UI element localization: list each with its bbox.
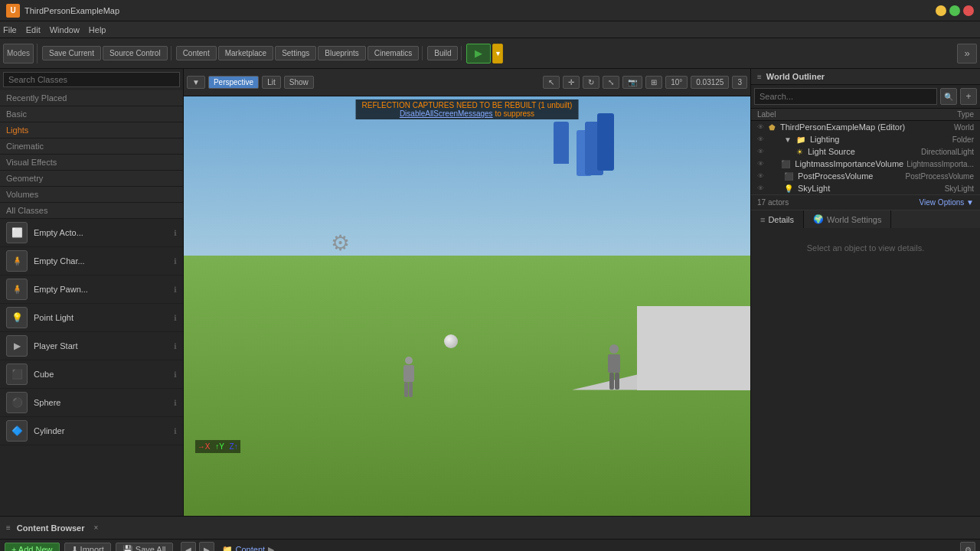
expand-toolbar-button[interactable]: » — [957, 44, 977, 64]
menu-window[interactable]: Window — [50, 25, 80, 34]
menu-file[interactable]: File — [3, 25, 17, 34]
place-item-empty-pawn[interactable]: 🧍 Empty Pawn... ℹ — [0, 276, 183, 304]
empty-pawn-label: Empty Pawn... — [34, 285, 168, 294]
player-start-info[interactable]: ℹ — [174, 342, 177, 350]
outliner-item-skylight[interactable]: 👁 💡 SkyLight SkyLight — [751, 182, 980, 194]
cylinder-info[interactable]: ℹ — [174, 427, 177, 435]
settings-button[interactable]: Settings — [275, 46, 316, 60]
empty-char-info[interactable]: ℹ — [174, 257, 177, 266]
place-item-empty-actor[interactable]: ⬜ Empty Acto... ℹ — [0, 219, 183, 247]
scale-tool[interactable]: ⤡ — [603, 76, 619, 89]
maximize-button[interactable] — [949, 5, 960, 16]
cinematics-button[interactable]: Cinematics — [368, 46, 419, 60]
viewport[interactable]: ⚙ →X ↑Y Z↑ REFLECTION CAPTURES NEED TO B… — [184, 96, 750, 516]
eye-icon-lightsource[interactable]: 👁 — [757, 148, 764, 155]
viewport-dropdown[interactable]: ▼ — [187, 76, 205, 89]
tab-details[interactable]: ≡ Details — [751, 210, 804, 228]
point-light-label: Point Light — [34, 313, 168, 322]
category-all-classes[interactable]: All Classes — [0, 203, 183, 219]
outliner-view-options[interactable]: View Options ▼ — [920, 198, 974, 207]
viewport-warning: REFLECTION CAPTURES NEED TO BE REBUILT (… — [356, 99, 579, 119]
eye-icon-map[interactable]: 👁 — [757, 123, 764, 131]
move-tool[interactable]: ✛ — [563, 76, 580, 89]
outliner-item-lightmass[interactable]: 👁 ⬛ LightmassImportanceVolume LightmassI… — [751, 158, 980, 170]
category-basic[interactable]: Basic — [0, 106, 183, 122]
play-button[interactable]: ▶ — [466, 44, 491, 64]
category-recently-placed[interactable]: Recently Placed — [0, 90, 183, 106]
angle-snap-value[interactable]: 10° — [665, 76, 688, 89]
details-empty-message: Select an object to view details. — [807, 243, 924, 253]
category-volumes[interactable]: Volumes — [0, 187, 183, 203]
category-visual-effects[interactable]: Visual Effects — [0, 155, 183, 171]
eye-icon-skylight[interactable]: 👁 — [757, 184, 764, 192]
save-current-button[interactable]: Save Current — [42, 46, 101, 60]
place-item-empty-char[interactable]: 🧍 Empty Char... ℹ — [0, 247, 183, 276]
close-button[interactable] — [963, 5, 974, 16]
scale-snap-value[interactable]: 0.03125 — [691, 76, 729, 89]
blueprints-button[interactable]: Blueprints — [318, 46, 365, 60]
outliner-item-postprocess[interactable]: 👁 ⬛ PostProcessVolume PostProcessVolume — [751, 170, 980, 182]
center-panel: ▼ Perspective Lit Show ↖ ✛ ↻ ⤡ 📷 ⊞ 10° 0… — [184, 69, 750, 516]
lit-button[interactable]: Lit — [262, 76, 281, 89]
content-path-icon: 📁 — [222, 545, 233, 552]
marketplace-button[interactable]: Marketplace — [218, 46, 273, 60]
add-new-button[interactable]: + Add New — [5, 543, 60, 551]
disable-messages-link[interactable]: DisableAllScreenMessages — [400, 109, 493, 118]
outliner-columns: Label Type — [751, 108, 980, 121]
toolbar-save-group: Save Current Source Control — [42, 46, 172, 60]
cube-info[interactable]: ℹ — [174, 370, 177, 379]
outliner-search-input[interactable] — [754, 88, 937, 105]
point-light-info[interactable]: ℹ — [174, 314, 177, 322]
place-item-sphere[interactable]: ⚫ Sphere ℹ — [0, 389, 183, 417]
menu-edit[interactable]: Edit — [26, 25, 41, 34]
outliner-header: ≡ World Outliner — [751, 69, 980, 85]
empty-pawn-info[interactable]: ℹ — [174, 285, 177, 294]
play-options-button[interactable]: ▼ — [492, 44, 503, 64]
cam-speed-value[interactable]: 3 — [732, 76, 747, 89]
empty-char-label: Empty Char... — [34, 256, 168, 266]
build-button[interactable]: Build — [427, 46, 458, 60]
content-button[interactable]: Content — [176, 46, 217, 60]
menu-help[interactable]: Help — [89, 25, 106, 34]
cylinder-label: Cylinder — [34, 426, 168, 435]
eye-icon-postprocess[interactable]: 👁 — [757, 172, 764, 180]
place-item-cylinder[interactable]: 🔷 Cylinder ℹ — [0, 417, 183, 445]
category-cinematic[interactable]: Cinematic — [0, 139, 183, 155]
grid-snap[interactable]: ⊞ — [645, 76, 662, 89]
place-item-player-start[interactable]: ▶ Player Start ℹ — [0, 332, 183, 360]
search-classes-input[interactable] — [3, 72, 180, 87]
tab-world-settings[interactable]: 🌍 World Settings — [804, 210, 891, 228]
category-lights[interactable]: Lights — [0, 122, 183, 139]
eye-icon-lighting[interactable]: 👁 — [757, 135, 764, 143]
category-geometry[interactable]: Geometry — [0, 171, 183, 187]
outliner-item-lightsource[interactable]: 👁 ☀ Light Source DirectionalLight — [751, 145, 980, 158]
cb-settings-icon[interactable]: ⚙ — [960, 542, 975, 551]
outliner-map-name: ThirdPersonExampleMap (Editor) — [780, 122, 951, 132]
outliner-search-icon[interactable]: 🔍 — [940, 88, 957, 105]
import-button[interactable]: ⬇ Import — [64, 543, 111, 552]
modes-button[interactable]: Modes — [3, 44, 34, 64]
place-item-cube[interactable]: ⬛ Cube ℹ — [0, 360, 183, 389]
cylinder-icon: 🔷 — [6, 420, 28, 442]
outliner-map-type: World — [954, 123, 974, 132]
rotate-tool[interactable]: ↻ — [583, 76, 599, 89]
perspective-button[interactable]: Perspective — [208, 76, 259, 89]
place-item-point-light[interactable]: 💡 Point Light ℹ — [0, 304, 183, 332]
select-tool[interactable]: ↖ — [543, 76, 560, 89]
save-all-button[interactable]: 💾 Save All — [116, 543, 173, 552]
outliner-add-icon[interactable]: + — [960, 88, 977, 105]
nav-forward[interactable]: ▶ — [199, 542, 214, 551]
show-button[interactable]: Show — [284, 76, 314, 89]
nav-back[interactable]: ◀ — [181, 542, 196, 551]
content-browser-title: Content Browser — [17, 523, 85, 533]
toolbar-content-group: Content Marketplace Settings Blueprints … — [176, 46, 423, 60]
outliner-item-lighting[interactable]: 👁 ▼ 📁 Lighting Folder — [751, 133, 980, 145]
sphere-info[interactable]: ℹ — [174, 399, 177, 407]
empty-actor-info[interactable]: ℹ — [174, 229, 177, 237]
source-control-button[interactable]: Source Control — [103, 46, 168, 60]
outliner-item-map[interactable]: 👁 ⬟ ThirdPersonExampleMap (Editor) World — [751, 121, 980, 133]
eye-icon-lightmass[interactable]: 👁 — [757, 160, 764, 168]
content-path-label[interactable]: Content — [236, 545, 266, 551]
minimize-button[interactable] — [936, 5, 946, 16]
camera-speed[interactable]: 📷 — [622, 76, 642, 89]
